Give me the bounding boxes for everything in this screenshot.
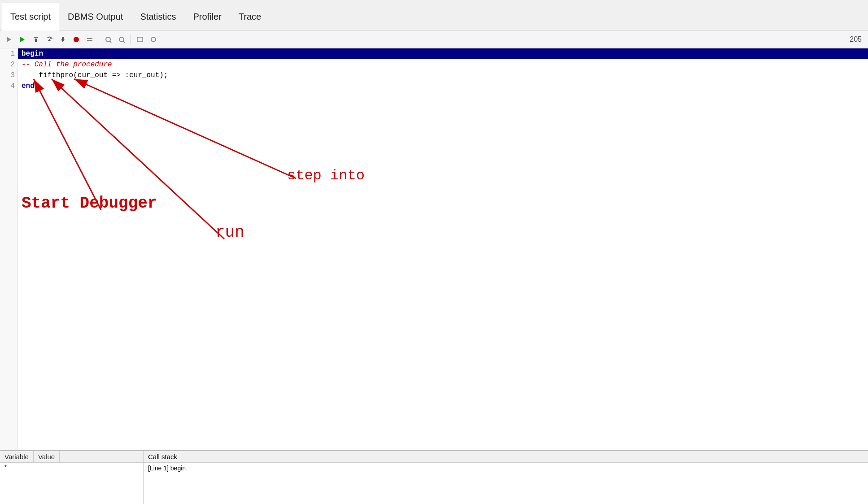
svg-point-17 [151,37,156,42]
extra-btn4[interactable] [134,33,146,46]
svg-marker-8 [61,39,65,42]
svg-marker-3 [34,38,38,40]
callstack-panel: Call stack [Line 1] begin [144,451,868,504]
value-cell [72,464,139,471]
variable-row-star: * [0,463,143,472]
line-number-display: 205 [850,35,865,43]
svg-rect-4 [35,40,37,42]
breakpoint-btn[interactable] [70,33,83,46]
svg-line-13 [110,41,111,43]
run-btn[interactable] [16,33,29,46]
tab-bar: Test script DBMS Output Statistics Profi… [0,0,868,30]
toolbar: 205 [0,30,868,48]
annotation-step-into: step into [287,167,365,184]
svg-rect-7 [62,37,64,39]
line-numbers: 1 2 3 4 [0,48,18,450]
tab-dbms-output[interactable]: DBMS Output [59,3,131,30]
variable-col-header: Variable [0,451,34,462]
line-num-1: 1 [0,48,17,59]
step-into-btn[interactable] [30,33,42,46]
variable-cell: * [4,464,72,471]
extra-btn5[interactable] [147,33,160,46]
extra-btn1[interactable] [83,33,96,46]
svg-point-9 [74,37,79,42]
line-num-4: 4 [0,81,17,91]
step-over-btn[interactable] [43,33,56,46]
editor-container: 1 2 3 4 begin -- Call the procedure fift… [0,48,868,450]
svg-rect-10 [87,38,92,39]
code-line-3: fifthpro(cur_out => :cur_out); [18,70,868,81]
svg-line-15 [123,41,125,43]
annotation-start-debugger: Start Debugger [22,194,157,213]
code-line-1: begin [18,48,868,59]
callstack-header: Call stack [144,451,868,463]
step-out-btn[interactable] [57,33,69,46]
line-num-3: 3 [0,70,17,81]
tab-trace[interactable]: Trace [230,3,270,30]
line-num-2: 2 [0,59,17,70]
value-col-header: Value [34,451,60,462]
svg-line-21 [74,79,296,178]
svg-point-14 [119,37,124,42]
tab-test-script[interactable]: Test script [2,3,59,30]
tab-profiler[interactable]: Profiler [184,3,230,30]
code-line-4: end; [18,81,868,91]
sep2 [131,35,131,44]
extra-btn3[interactable] [115,33,128,46]
annotation-run: run [215,223,244,242]
start-debugger-btn[interactable] [3,33,15,46]
svg-marker-0 [7,37,11,42]
svg-marker-1 [20,37,25,42]
svg-marker-6 [48,39,51,41]
svg-line-19 [34,79,101,210]
sep1 [99,35,99,44]
variables-header: Variable Value [0,451,143,463]
annotations-svg [18,48,868,450]
variables-panel: Variable Value * [0,451,144,504]
svg-rect-16 [137,37,143,42]
callstack-item-0: [Line 1] begin [144,463,868,474]
code-line-2: -- Call the procedure [18,59,868,70]
extra-btn2[interactable] [102,33,114,46]
tab-statistics[interactable]: Statistics [131,3,184,30]
svg-line-20 [52,79,224,239]
code-area[interactable]: begin -- Call the procedure fifthpro(cur… [18,48,868,450]
svg-point-12 [106,37,110,42]
svg-rect-2 [34,37,38,38]
bottom-panel: Variable Value * Call stack [Line 1] beg… [0,450,868,504]
svg-rect-11 [87,40,92,41]
